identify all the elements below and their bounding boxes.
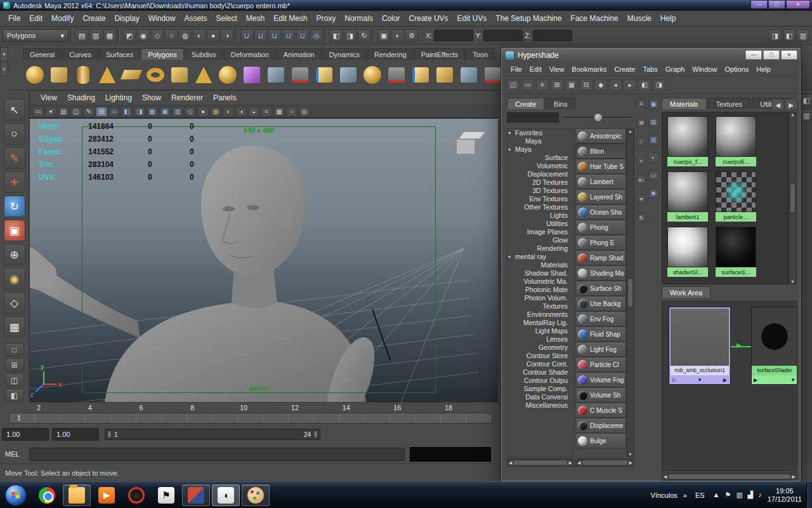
minimize-button[interactable]: — bbox=[750, 0, 768, 9]
universal-manipulator-tool[interactable]: ⊕ bbox=[4, 244, 25, 265]
tree-h-scrollbar[interactable]: ◀▶ bbox=[507, 458, 574, 467]
tray-display-icon[interactable]: ▥ bbox=[736, 491, 742, 499]
menu-item[interactable]: Help bbox=[656, 14, 681, 23]
bevel-icon[interactable] bbox=[458, 64, 479, 86]
playback-start-field[interactable]: 1.00 bbox=[52, 428, 99, 441]
swatch-size-slider[interactable] bbox=[564, 112, 631, 123]
hs-refresh-swatches-icon[interactable]: ↻ bbox=[637, 213, 646, 222]
menu-set-dropdown[interactable]: Polygons▾ bbox=[3, 29, 69, 42]
vp-grid-icon[interactable]: ⊞ bbox=[96, 107, 107, 117]
menu-item[interactable]: Face Machine bbox=[566, 14, 622, 23]
taskbar-app-button[interactable] bbox=[182, 485, 210, 506]
select-by-component-icon[interactable]: ◇ bbox=[151, 29, 164, 42]
show-desktop-button[interactable] bbox=[806, 482, 812, 508]
material-button[interactable]: Shading Ma bbox=[575, 265, 626, 281]
swatch-image[interactable] bbox=[667, 227, 708, 267]
shader-node[interactable]: mib_amb_occlusion1 ▷ ▼ ▶ bbox=[669, 307, 731, 385]
vp-multisample-icon[interactable]: ▦ bbox=[273, 107, 285, 117]
layout-four-pane-button[interactable]: ⊞ bbox=[5, 358, 24, 371]
select-by-hierarchy-icon[interactable]: ◩ bbox=[123, 29, 136, 42]
select-by-object-icon[interactable]: ◉ bbox=[137, 29, 150, 42]
tree-item[interactable]: Favorites bbox=[508, 129, 573, 137]
menu-item[interactable]: Select bbox=[211, 14, 241, 23]
shelf-tab[interactable]: Curves bbox=[62, 48, 98, 60]
swatch-image[interactable] bbox=[667, 171, 708, 212]
hypershade-title-bar[interactable]: Hypershade — □ × bbox=[502, 48, 800, 62]
vp-bookmarks-icon[interactable]: ▾ bbox=[45, 107, 56, 117]
swatch-label[interactable]: cuerpofi... bbox=[716, 157, 756, 166]
polygon-cone-icon[interactable] bbox=[96, 64, 117, 86]
material-button[interactable]: Displaceme bbox=[575, 418, 626, 433]
tree-item[interactable]: Maya bbox=[508, 145, 573, 154]
tree-item[interactable]: Materials bbox=[508, 261, 573, 269]
mask-joints-icon[interactable]: ◍ bbox=[179, 29, 192, 42]
swatch-tile[interactable]: cuerpofi... bbox=[716, 116, 757, 166]
material-button[interactable]: Use Backg bbox=[575, 296, 626, 311]
hs-graph-materials-icon[interactable]: ◆ bbox=[594, 79, 607, 91]
hs-view-grid-icon[interactable]: ⊞ bbox=[637, 118, 646, 127]
hypershade-menu-item[interactable]: Bookmarks bbox=[568, 65, 610, 73]
viewport-menu-item[interactable]: Shading bbox=[63, 93, 100, 102]
tree-item[interactable]: Contour Shade bbox=[508, 368, 573, 377]
snap-to-projected-center-icon[interactable]: ⊔ bbox=[282, 29, 295, 42]
tree-item[interactable]: Utilities bbox=[508, 220, 573, 228]
tray-volume-icon[interactable]: ♪ bbox=[758, 491, 762, 499]
status-separator[interactable] bbox=[70, 28, 74, 43]
vp-safe-action-icon[interactable]: ▣ bbox=[159, 107, 171, 117]
work-area-tab[interactable]: Work Area bbox=[662, 286, 710, 298]
tree-item[interactable]: Sample Comp. bbox=[508, 385, 573, 393]
menu-item[interactable]: Edit Mesh bbox=[269, 14, 311, 23]
material-h-scrollbar[interactable]: ◀▶ bbox=[575, 458, 634, 467]
tabs-scroll-right-icon[interactable]: ▶ bbox=[785, 99, 797, 110]
vp-isolate-select-icon[interactable]: ◎ bbox=[299, 107, 310, 117]
separate-icon[interactable] bbox=[289, 64, 310, 86]
material-button[interactable]: Phong E bbox=[575, 235, 626, 250]
tree-item[interactable]: MentalRay Lig. bbox=[508, 319, 573, 327]
viewport-menu-item[interactable]: Show bbox=[138, 93, 166, 102]
command-line-mode-label[interactable]: MEL bbox=[5, 450, 24, 458]
hypershade-menu-item[interactable]: Create bbox=[610, 65, 639, 73]
tree-item[interactable]: Lenses bbox=[508, 335, 573, 344]
mask-handles-icon[interactable]: ○ bbox=[165, 29, 178, 42]
menu-item[interactable]: Modify bbox=[47, 14, 78, 23]
scale-tool[interactable]: ▣ bbox=[4, 220, 25, 241]
layout-single-pane-button[interactable]: □ bbox=[5, 343, 24, 356]
tree-item[interactable]: Volumetric Ma. bbox=[508, 277, 573, 286]
links-chevron[interactable]: » bbox=[683, 491, 687, 499]
x-input[interactable] bbox=[434, 30, 473, 41]
combine-icon[interactable] bbox=[265, 64, 286, 86]
viewport-menu-item[interactable]: Panels bbox=[209, 93, 241, 102]
status-separator[interactable] bbox=[372, 28, 376, 43]
open-scene-icon[interactable]: ▥ bbox=[89, 29, 102, 42]
polygon-torus-icon[interactable] bbox=[145, 64, 166, 86]
swatch-tile[interactable]: surfaceS... bbox=[716, 227, 757, 277]
tabs-scroll-left-icon[interactable]: ◀ bbox=[771, 99, 784, 110]
hs-toggle-panes-bottom-icon[interactable]: ▭ bbox=[521, 79, 534, 91]
node-expand-icon[interactable]: ▶ bbox=[754, 377, 757, 383]
current-frame-marker[interactable]: 1 bbox=[17, 415, 21, 422]
tree-item[interactable]: 2D Textures bbox=[508, 178, 573, 187]
menu-item[interactable]: Proxy bbox=[312, 14, 341, 23]
close-button[interactable]: × bbox=[786, 0, 810, 9]
tree-item[interactable]: Glow bbox=[508, 236, 573, 244]
tool-settings-toggle-icon[interactable]: ◧ bbox=[783, 29, 796, 42]
swatch-scrollbar[interactable]: ▲▼ bbox=[789, 112, 797, 284]
maximize-button[interactable]: □ bbox=[768, 0, 785, 9]
material-button[interactable]: Hair Tube S bbox=[575, 159, 626, 174]
vp-textured-icon[interactable]: ◍ bbox=[210, 107, 221, 117]
material-button[interactable]: Anisotropic bbox=[575, 128, 626, 144]
tree-item[interactable]: Textures bbox=[508, 302, 573, 311]
menu-item[interactable]: Window bbox=[144, 14, 180, 23]
hypershade-left-tab[interactable]: Create bbox=[507, 98, 544, 109]
shelf-tab-toggle-button[interactable]: ▾ bbox=[0, 47, 8, 61]
taskbar-app-button[interactable]: ▶ bbox=[93, 485, 121, 506]
vp-shadows-icon[interactable]: ◑ bbox=[235, 107, 247, 117]
command-result-field[interactable] bbox=[410, 447, 491, 462]
hs-clipboard-cameras-icon[interactable]: ▭ bbox=[648, 170, 659, 180]
tree-item[interactable]: Other Textures bbox=[508, 203, 573, 211]
menu-item[interactable]: The Setup Machine bbox=[491, 14, 566, 23]
material-button[interactable]: C Muscle S bbox=[575, 403, 626, 418]
menu-item[interactable]: Normals bbox=[340, 14, 377, 23]
node-output-icon[interactable]: ▶ bbox=[723, 377, 727, 383]
right-panel-slider-icon[interactable]: ◧ bbox=[800, 94, 812, 107]
